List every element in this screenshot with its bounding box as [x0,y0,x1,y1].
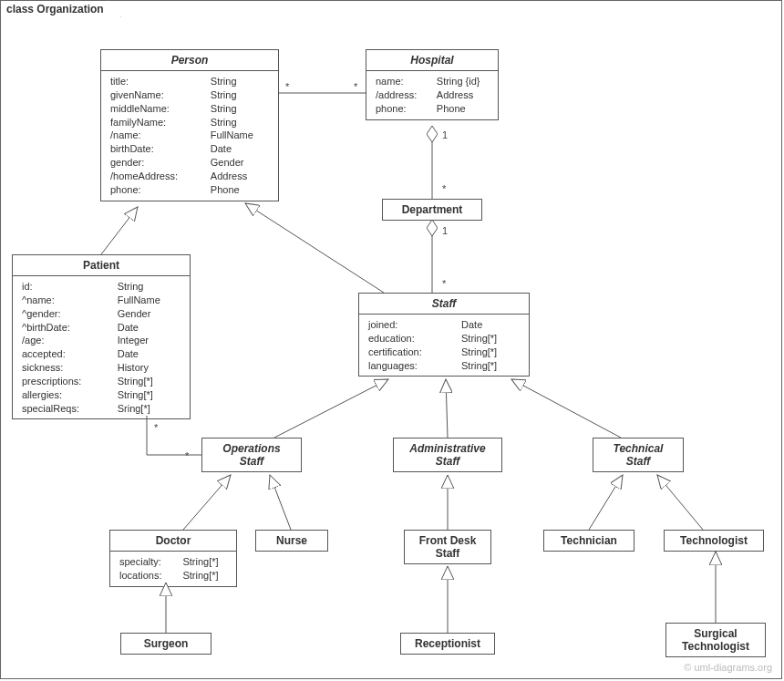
class-administrative-staff: Administrative Staff [393,438,502,472]
svg-line-3 [101,207,138,254]
class-doctor-attrs: specialty:String[*] locations:String[*] [110,552,236,586]
class-patient: Patient id:String ^name:FullName ^gender… [12,254,191,419]
svg-line-8 [183,475,231,530]
class-hospital: Hospital name:String {id} /address:Addre… [366,49,499,120]
class-technician: Technician [543,530,634,552]
mult-dept-staff-star: * [442,278,446,289]
class-surgical-technologist-name: Surgical Technologist [666,624,765,656]
class-operations-staff: Operations Staff [201,438,302,472]
class-surgeon-name: Surgeon [121,634,211,654]
class-receptionist-name: Receptionist [401,634,494,654]
class-doctor-name: Doctor [110,531,236,552]
mult-person-hospital-left: * [285,81,289,92]
svg-line-7 [511,379,621,438]
svg-line-5 [274,379,388,438]
class-doctor: Doctor specialty:String[*] locations:Str… [109,530,237,587]
class-department: Department [382,199,482,221]
package-frame: class Organization Person title:String g… [0,0,782,679]
svg-line-11 [589,475,623,530]
svg-line-12 [657,475,703,530]
class-staff-attrs: joined:Date education:String[*] certific… [359,315,529,376]
mult-dept-staff-1: 1 [442,225,448,236]
svg-line-6 [446,379,448,438]
class-staff-name: Staff [359,294,529,315]
class-hospital-name: Hospital [366,50,498,71]
class-patient-attrs: id:String ^name:FullName ^gender:Gender … [13,276,190,418]
mult-person-hospital-right: * [354,81,357,92]
class-patient-name: Patient [13,255,190,276]
class-administrative-staff-name: Administrative Staff [394,439,501,471]
class-nurse: Nurse [255,530,328,552]
class-hospital-attrs: name:String {id} /address:Address phone:… [366,71,498,119]
class-technical-staff-name: Technical Staff [593,439,683,471]
class-technician-name: Technician [544,531,634,551]
class-front-desk-staff-name: Front Desk Staff [405,531,490,563]
mult-hospital-dept-1: 1 [442,129,448,140]
class-person: Person title:String givenName:String mid… [100,49,279,201]
class-receptionist: Receptionist [400,633,495,655]
class-technologist: Technologist [664,530,764,552]
mult-patient-opsstaff-top: * [154,422,158,433]
class-technologist-name: Technologist [665,531,763,551]
svg-line-9 [270,475,291,530]
class-front-desk-staff: Front Desk Staff [404,530,491,564]
watermark: © uml-diagrams.org [684,662,772,673]
class-department-name: Department [383,200,481,220]
class-surgical-technologist: Surgical Technologist [665,623,766,657]
mult-hospital-dept-star: * [442,183,446,194]
class-person-attrs: title:String givenName:String middleName… [101,71,278,201]
class-surgeon: Surgeon [120,633,211,655]
class-technical-staff: Technical Staff [593,438,684,472]
class-operations-staff-name: Operations Staff [202,439,301,471]
class-staff: Staff joined:Date education:String[*] ce… [358,293,530,377]
mult-patient-opsstaff-right: * [185,450,189,461]
svg-line-4 [245,203,384,293]
frame-title: class Organization [0,0,121,17]
class-person-name: Person [101,50,278,71]
class-nurse-name: Nurse [256,531,327,551]
